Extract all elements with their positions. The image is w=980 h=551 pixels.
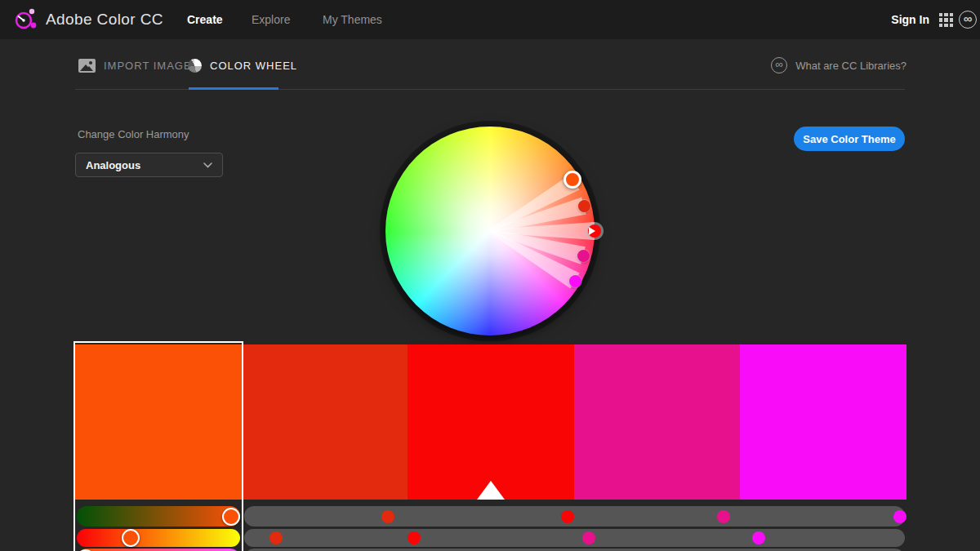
swatch-1[interactable] xyxy=(242,344,408,500)
creative-cloud-icon[interactable]: ∞ xyxy=(959,11,977,29)
cc-libraries-link[interactable]: ∞ What are CC Libraries? xyxy=(771,51,906,80)
slider-track-r-selected[interactable] xyxy=(77,506,240,527)
tab-import-image[interactable]: IMPORT IMAGE xyxy=(78,51,192,80)
wheel-marker-4[interactable] xyxy=(569,275,581,287)
adobe-color-logo-icon xyxy=(11,4,39,35)
wheel-marker-2-base[interactable] xyxy=(588,224,601,238)
slider-track-r-others[interactable] xyxy=(244,506,905,527)
nav-item-create[interactable]: Create xyxy=(187,0,223,39)
base-color-indicator xyxy=(477,481,505,500)
wheel-marker-1[interactable] xyxy=(578,200,590,212)
chevron-down-icon xyxy=(203,162,212,168)
brand[interactable]: Adobe Color CC xyxy=(11,0,163,39)
cc-libraries-label: What are CC Libraries? xyxy=(795,60,906,72)
color-wheel-icon xyxy=(188,59,202,73)
app-grid-icon[interactable] xyxy=(939,13,953,27)
nav-item-explore[interactable]: Explore xyxy=(252,0,290,39)
swatch-4[interactable] xyxy=(740,344,906,500)
brand-title: Adobe Color CC xyxy=(46,11,163,29)
slider-dot-g-4[interactable] xyxy=(752,531,765,544)
slider-track-g-selected[interactable] xyxy=(77,529,240,547)
swatch-0[interactable] xyxy=(75,344,242,500)
tab-color-wheel[interactable]: COLOR WHEEL xyxy=(188,51,297,80)
top-bar: Adobe Color CC Create Explore My Themes … xyxy=(0,0,980,39)
wheel-marker-3[interactable] xyxy=(577,250,590,262)
harmony-dropdown[interactable]: Analogous xyxy=(75,153,223,177)
color-wheel[interactable] xyxy=(385,127,595,335)
sign-in-button[interactable]: Sign In xyxy=(891,0,929,39)
tab-color-wheel-label: COLOR WHEEL xyxy=(210,60,297,72)
wheel-marker-0-selected[interactable] xyxy=(564,171,581,189)
swatch-2[interactable] xyxy=(408,344,574,500)
swatch-3[interactable] xyxy=(574,344,741,500)
slider-track-g-others[interactable] xyxy=(244,529,905,547)
base-marker-arrow-icon xyxy=(589,227,595,235)
slider-handle-r[interactable] xyxy=(222,508,240,526)
slider-dot-g-3[interactable] xyxy=(582,531,595,544)
slider-dot-r-1[interactable] xyxy=(381,510,394,523)
slider-dot-r-2[interactable] xyxy=(561,510,574,523)
slider-dot-r-4[interactable] xyxy=(893,510,906,523)
slider-handle-g[interactable] xyxy=(122,529,140,547)
harmony-selected-value: Analogous xyxy=(86,159,140,171)
active-tab-underline xyxy=(189,87,278,90)
image-icon xyxy=(78,59,96,73)
harmony-label: Change Color Harmony xyxy=(78,128,189,140)
tab-import-image-label: IMPORT IMAGE xyxy=(104,60,192,72)
nav-item-my-themes[interactable]: My Themes xyxy=(323,0,382,39)
slider-dot-r-3[interactable] xyxy=(717,510,730,523)
adobe-color-app: Adobe Color CC Create Explore My Themes … xyxy=(0,0,980,551)
creative-cloud-icon: ∞ xyxy=(771,57,787,73)
save-color-theme-button[interactable]: Save Color Theme xyxy=(794,127,905,151)
